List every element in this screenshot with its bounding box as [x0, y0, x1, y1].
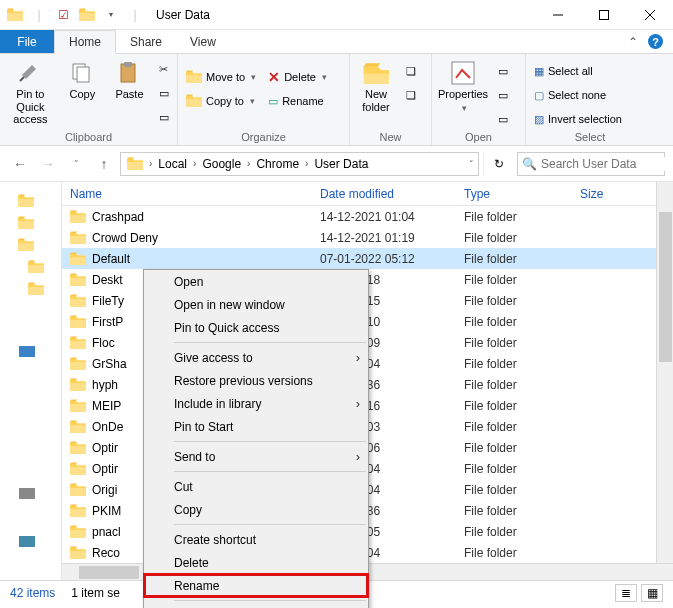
pin-quick-access-button[interactable]: Pin to Quick access [4, 56, 57, 126]
tab-file[interactable]: File [0, 30, 54, 53]
search-icon: 🔍 [522, 157, 537, 171]
back-button[interactable]: ← [8, 152, 32, 176]
pin-icon [16, 60, 44, 86]
breadcrumb-userdata[interactable]: User Data [310, 157, 372, 171]
up-button[interactable]: ↑ [92, 152, 116, 176]
copy-path-button[interactable]: ▭ [155, 82, 173, 104]
group-select-label: Select [530, 131, 650, 145]
cm-cut[interactable]: Cut [144, 475, 368, 498]
cm-pin-quick[interactable]: Pin to Quick access [144, 316, 368, 339]
cm-delete[interactable]: Delete [144, 551, 368, 574]
cm-pin-start[interactable]: Pin to Start [144, 415, 368, 438]
cm-restore[interactable]: Restore previous versions [144, 369, 368, 392]
search-input[interactable] [541, 157, 673, 171]
properties-button[interactable]: Properties▾ [436, 56, 490, 126]
cm-separator [174, 471, 366, 472]
file-name: FileTy [92, 294, 124, 308]
table-row[interactable]: Default07-01-2022 05:12File folder [62, 248, 673, 269]
history-small-button[interactable]: ▭ [494, 108, 512, 130]
cm-give-access[interactable]: Give access to [144, 346, 368, 369]
qat-folder-icon[interactable] [4, 4, 26, 26]
tab-view[interactable]: View [176, 30, 230, 53]
cm-separator [174, 342, 366, 343]
cm-open-new-window[interactable]: Open in new window [144, 293, 368, 316]
cm-send-to[interactable]: Send to [144, 445, 368, 468]
maximize-button[interactable] [581, 0, 627, 30]
file-name: Default [92, 252, 130, 266]
breadcrumb-google[interactable]: Google [198, 157, 245, 171]
file-type: File folder [464, 504, 580, 518]
file-type: File folder [464, 525, 580, 539]
qat-check-icon[interactable]: ☑ [52, 4, 74, 26]
cm-properties[interactable]: Properties [144, 604, 368, 608]
svg-rect-1 [600, 10, 609, 19]
breadcrumb-chrome[interactable]: Chrome [252, 157, 303, 171]
details-view-button[interactable]: ≣ [615, 584, 637, 602]
file-date: 14-12-2021 01:04 [320, 210, 464, 224]
properties-icon [449, 60, 477, 86]
rename-icon: ▭ [268, 95, 278, 108]
cm-copy[interactable]: Copy [144, 498, 368, 521]
close-button[interactable] [627, 0, 673, 30]
search-box[interactable]: 🔍 [517, 152, 665, 176]
collapse-ribbon-icon[interactable]: ⌃ [628, 35, 638, 49]
header-name[interactable]: Name [62, 187, 320, 201]
move-to-button[interactable]: Move to▾ [182, 66, 260, 88]
edit-small-button[interactable]: ▭ [494, 84, 512, 106]
breadcrumb[interactable]: › Local › Google › Chrome › User Data ˅ [120, 152, 479, 176]
file-type: File folder [464, 231, 580, 245]
minimize-button[interactable] [535, 0, 581, 30]
copy-to-button[interactable]: Copy to▾ [182, 90, 260, 112]
paste-button[interactable]: Paste [108, 56, 151, 126]
cm-open[interactable]: Open [144, 270, 368, 293]
forward-button[interactable]: → [36, 152, 60, 176]
chevron-right-icon[interactable]: › [245, 158, 252, 169]
qat-dropdown-icon[interactable]: ▾ [100, 4, 122, 26]
table-row[interactable]: Crowd Deny14-12-2021 01:19File folder [62, 227, 673, 248]
refresh-button[interactable]: ↻ [483, 152, 513, 176]
thumbnails-view-button[interactable]: ▦ [641, 584, 663, 602]
breadcrumb-local[interactable]: Local [154, 157, 191, 171]
copy-to-icon [186, 94, 202, 108]
copy-button[interactable]: Copy [61, 56, 104, 126]
paste-shortcut-button[interactable]: ▭ [155, 106, 173, 128]
history-icon: ▭ [498, 113, 508, 126]
copy-icon [68, 60, 96, 86]
new-folder-button[interactable]: New folder [354, 56, 398, 126]
tab-share[interactable]: Share [116, 30, 176, 53]
address-bar: ← → ˅ ↑ › Local › Google › Chrome › User… [0, 146, 673, 182]
tab-home[interactable]: Home [54, 30, 116, 54]
header-type[interactable]: Type [464, 187, 580, 201]
invert-selection-button[interactable]: ▨ Invert selection [530, 108, 626, 130]
cut-small-button[interactable]: ✂ [155, 58, 173, 80]
vertical-scrollbar[interactable] [656, 182, 673, 563]
easy-access-button[interactable]: ❏ [402, 84, 420, 106]
column-headers[interactable]: Name Date modified Type Size [62, 182, 673, 206]
select-all-button[interactable]: ▦ Select all [530, 60, 626, 82]
select-none-button[interactable]: ▢ Select none [530, 84, 626, 106]
table-row[interactable]: Crashpad14-12-2021 01:04File folder [62, 206, 673, 227]
rename-button[interactable]: ▭ Rename [264, 90, 331, 112]
delete-button[interactable]: ✕ Delete▾ [264, 66, 331, 88]
new-item-button[interactable]: ❏ [402, 60, 420, 82]
chevron-right-icon[interactable]: › [191, 158, 198, 169]
recent-locations-button[interactable]: ˅ [64, 152, 88, 176]
cm-include-library[interactable]: Include in library [144, 392, 368, 415]
file-type: File folder [464, 294, 580, 308]
breadcrumb-folder-icon [127, 157, 143, 171]
help-icon[interactable]: ? [648, 34, 663, 49]
breadcrumb-dropdown-icon[interactable]: ˅ [467, 159, 476, 169]
folder-icon [70, 378, 86, 392]
qat-folder2-icon[interactable] [76, 4, 98, 26]
cm-rename[interactable]: Rename [144, 574, 368, 597]
new-item-icon: ❏ [406, 65, 416, 78]
nav-tree[interactable] [0, 182, 62, 580]
open-icon: ▭ [498, 65, 508, 78]
chevron-right-icon[interactable]: › [147, 158, 154, 169]
header-date[interactable]: Date modified [320, 187, 464, 201]
open-small-button[interactable]: ▭ [494, 60, 512, 82]
file-type: File folder [464, 273, 580, 287]
chevron-right-icon[interactable]: › [303, 158, 310, 169]
cm-create-shortcut[interactable]: Create shortcut [144, 528, 368, 551]
file-type: File folder [464, 252, 580, 266]
